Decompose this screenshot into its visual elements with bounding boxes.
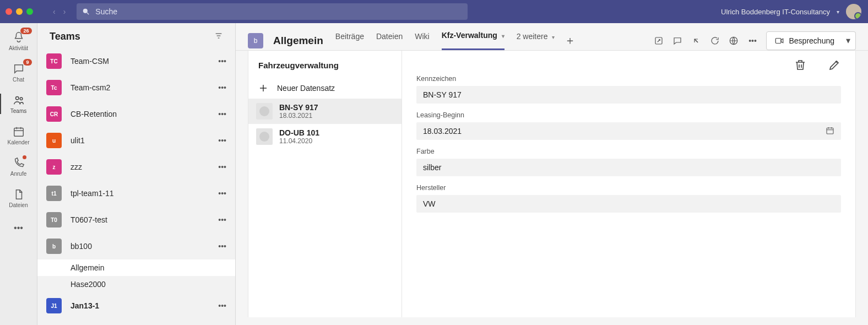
tab-more-icon[interactable]: •••	[747, 36, 757, 46]
tab-popout-icon[interactable]	[691, 36, 701, 46]
channel-main: b Allgemein BeiträgeDateienWikiKfz-Verwa…	[236, 23, 868, 325]
field-leasing: Leasing-Beginn 18.03.2021	[416, 111, 841, 140]
rail-files[interactable]: Dateien	[0, 185, 37, 212]
titlebar: ‹ › Ulrich Boddenberg IT-Consultancy ▾	[0, 0, 868, 23]
field-value[interactable]: silber	[416, 159, 841, 176]
team-label: zzz	[70, 162, 82, 171]
field-label: Leasing-Beginn	[416, 111, 841, 119]
window-maximize[interactable]	[26, 8, 33, 15]
field-value[interactable]: 18.03.2021	[416, 122, 841, 140]
window-close[interactable]	[6, 8, 12, 15]
team-label: bb100	[70, 242, 92, 251]
channel-tab[interactable]: 2 weitere ▾	[517, 32, 555, 50]
record-list: Fahrzeugverwaltung Neuer Datensatz BN-SY…	[248, 51, 402, 317]
new-record-button[interactable]: Neuer Datensatz	[248, 78, 402, 99]
window-minimize[interactable]	[16, 8, 23, 15]
team-avatar: TC	[46, 53, 62, 69]
record-subtitle: 11.04.2020	[279, 137, 319, 145]
svg-rect-13	[776, 38, 782, 43]
team-more-icon[interactable]: •••	[218, 57, 226, 66]
calendar-icon[interactable]	[826, 126, 834, 137]
search-input[interactable]	[95, 7, 462, 16]
teams-pane: Teams TC Team-CSM •••Tc Team-csm2 •••CR …	[37, 23, 236, 325]
team-more-icon[interactable]: •••	[218, 83, 226, 92]
team-row[interactable]: T0 T0607-test •••	[37, 207, 235, 233]
team-row[interactable]: TC Team-CSM •••	[37, 48, 235, 74]
meet-button-chevron[interactable]: ▾	[840, 31, 856, 50]
chevron-down-icon[interactable]: ▾	[837, 9, 839, 15]
team-more-icon[interactable]: •••	[218, 136, 226, 145]
svg-rect-4	[14, 128, 23, 137]
team-label: T0607-test	[70, 215, 107, 224]
chat-badge: 9	[23, 59, 31, 66]
channel-row[interactable]: Hase2000	[37, 276, 235, 292]
org-name[interactable]: Ulrich Boddenberg IT-Consultancy	[721, 8, 830, 16]
new-record-label: Neuer Datensatz	[277, 84, 335, 93]
team-label: Jan13-1	[70, 301, 99, 310]
tab-reload-icon[interactable]	[710, 36, 720, 46]
team-avatar: u	[46, 133, 62, 148]
svg-point-2	[15, 97, 19, 100]
plus-icon	[257, 82, 269, 94]
team-row[interactable]: u ulit1 •••	[37, 127, 235, 154]
tab-expand-icon[interactable]	[654, 36, 664, 46]
svg-rect-18	[827, 128, 833, 134]
team-label: CB-Retention	[70, 110, 117, 118]
add-tab-icon[interactable]: ＋	[565, 33, 576, 48]
meet-button[interactable]: Besprechung	[766, 31, 843, 50]
team-more-icon[interactable]: •••	[218, 189, 226, 198]
team-avatar: Tc	[46, 80, 62, 95]
record-row[interactable]: DO-UB 101 11.04.2020	[248, 124, 402, 149]
rail-calendar[interactable]: Kalender	[0, 122, 37, 149]
team-row[interactable]: b bb100 •••	[37, 233, 235, 259]
team-more-icon[interactable]: •••	[218, 162, 226, 171]
team-avatar: J1	[46, 298, 62, 313]
calls-dot	[23, 155, 26, 159]
global-search[interactable]	[77, 3, 468, 20]
record-detail: Kennzeichen BN-SY 917 Leasing-Beginn 18.…	[402, 51, 856, 317]
field-value[interactable]: VW	[416, 195, 841, 213]
rail-calls[interactable]: Anrufe	[0, 153, 37, 180]
rail-activity[interactable]: 26 Aktivität	[0, 28, 37, 55]
filter-icon[interactable]	[214, 31, 223, 42]
tab-chat-icon[interactable]	[672, 36, 682, 46]
delete-icon[interactable]	[794, 58, 807, 72]
field-label: Kennzeichen	[416, 75, 841, 83]
team-more-icon[interactable]: •••	[218, 110, 226, 118]
team-row[interactable]: t1 tpl-team1-11 •••	[37, 180, 235, 207]
team-avatar: CR	[46, 106, 62, 122]
channel-tab[interactable]: Wiki	[415, 32, 429, 50]
channel-tab[interactable]: Kfz-Verwaltung ▾	[442, 31, 504, 50]
channel-tab[interactable]: Beiträge	[335, 32, 364, 50]
record-row[interactable]: BN-SY 917 18.03.2021	[248, 99, 402, 124]
meet-button-label: Besprechung	[789, 36, 834, 45]
team-row[interactable]: CR CB-Retention •••	[37, 101, 235, 127]
rail-label: Anrufe	[10, 171, 26, 177]
tab-globe-icon[interactable]	[729, 36, 739, 46]
team-row[interactable]: Tc Team-csm2 •••	[37, 74, 235, 101]
team-label: Team-CSM	[70, 57, 109, 66]
rail-label: Chat	[13, 77, 24, 83]
teams-heading: Teams	[50, 31, 80, 42]
nav-back-icon[interactable]: ‹	[53, 7, 56, 16]
field-value[interactable]: BN-SY 917	[416, 86, 841, 104]
channel-row[interactable]: Allgemein	[37, 259, 235, 276]
svg-point-3	[20, 98, 23, 100]
team-row[interactable]: z zzz •••	[37, 154, 235, 180]
nav-forward-icon[interactable]: ›	[63, 7, 66, 16]
edit-icon[interactable]	[828, 58, 841, 72]
rail-chat[interactable]: 9 Chat	[0, 59, 37, 86]
team-row[interactable]: J1 Jan13-1 •••	[37, 292, 235, 319]
channel-tab[interactable]: Dateien	[376, 32, 403, 50]
user-avatar[interactable]	[846, 4, 861, 19]
field-kennzeichen: Kennzeichen BN-SY 917	[416, 75, 841, 104]
team-more-icon[interactable]: •••	[218, 301, 226, 310]
activity-badge: 26	[20, 28, 31, 34]
team-more-icon[interactable]: •••	[218, 215, 226, 224]
record-thumb	[256, 128, 273, 145]
record-thumb	[256, 103, 273, 120]
rail-more[interactable]: •••	[0, 218, 37, 238]
rail-teams[interactable]: Teams	[0, 90, 37, 117]
field-hersteller: Hersteller VW	[416, 184, 841, 213]
team-more-icon[interactable]: •••	[218, 242, 226, 251]
